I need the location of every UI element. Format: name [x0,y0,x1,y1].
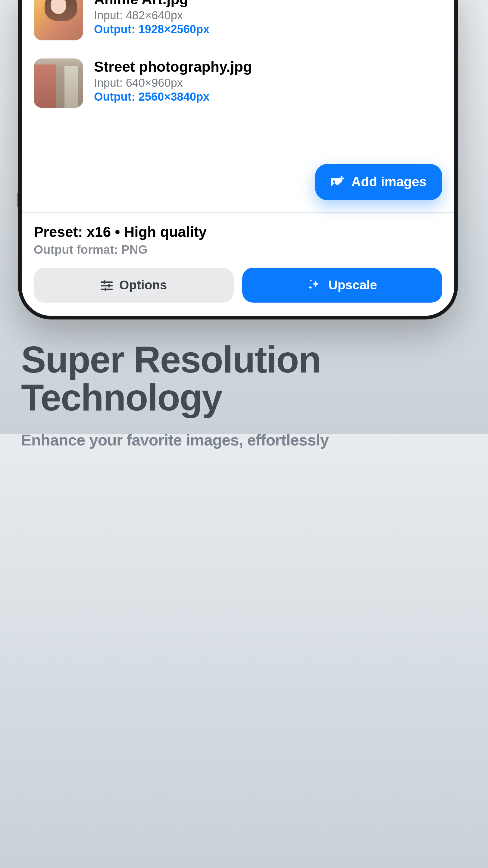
list-item[interactable]: Anime Art.jpg Input: 482×640px Output: 1… [34,0,442,40]
image-thumbnail [34,59,83,108]
image-output-dimensions: Output: 2560×3840px [94,90,442,104]
marketing-section: Super Resolution Technology Enhance your… [21,341,470,450]
image-output-dimensions: Output: 1928×2560px [94,23,442,36]
image-info: Street photography.jpg Input: 640×960px … [94,59,442,104]
image-thumbnail [34,0,83,40]
image-plus-icon [331,176,344,188]
app-screen: Anime Art.jpg Input: 482×640px Output: 1… [22,0,454,316]
sparkle-icon [307,278,322,292]
phone-frame: Anime Art.jpg Input: 482×640px Output: 1… [18,0,458,319]
svg-point-1 [333,181,335,183]
image-input-dimensions: Input: 640×960px [94,76,442,90]
image-list: Anime Art.jpg Input: 482×640px Output: 1… [22,0,454,212]
image-input-dimensions: Input: 482×640px [94,9,442,22]
options-button[interactable]: Options [34,268,234,303]
preset-label: Preset: x16 • High quality [34,224,442,241]
image-filename: Anime Art.jpg [94,0,442,8]
bottom-panel: Preset: x16 • High quality Output format… [22,213,454,316]
upscale-label: Upscale [328,278,377,292]
add-images-label: Add images [352,174,427,190]
image-filename: Street photography.jpg [94,59,442,75]
sliders-icon [101,280,113,290]
output-format-label: Output format: PNG [34,243,442,257]
marketing-headline: Super Resolution Technology [21,341,470,417]
marketing-subline: Enhance your favorite images, effortless… [21,431,470,450]
options-label: Options [119,278,167,292]
upscale-button[interactable]: Upscale [242,268,442,303]
list-item[interactable]: Street photography.jpg Input: 640×960px … [34,59,442,108]
svg-rect-3 [339,178,344,179]
add-images-button[interactable]: Add images [315,164,442,200]
image-info: Anime Art.jpg Input: 482×640px Output: 1… [94,0,442,36]
action-button-row: Options Upscale [34,268,442,303]
